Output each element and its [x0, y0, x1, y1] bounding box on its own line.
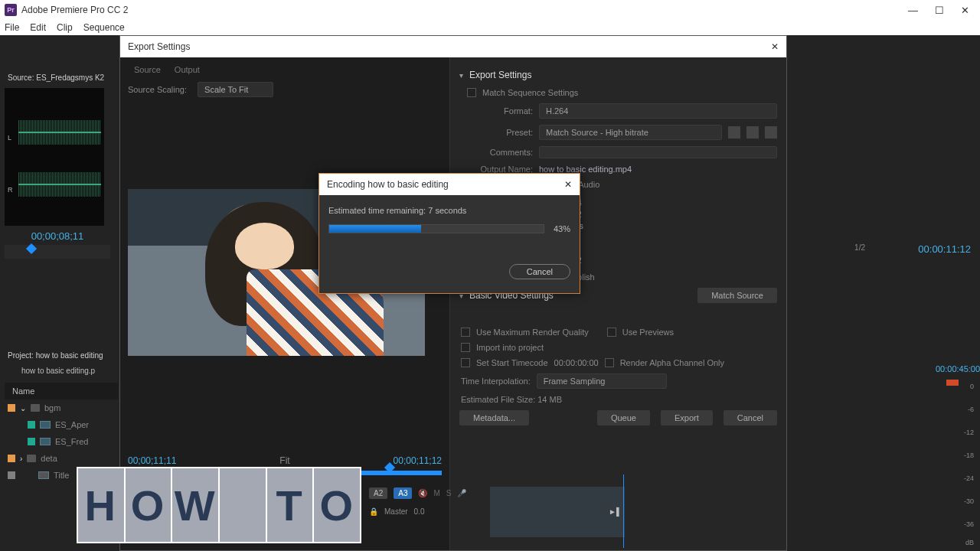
import-project-checkbox[interactable]: [461, 343, 470, 352]
export-settings-header: Export Settings: [469, 70, 531, 80]
track-label[interactable]: A2: [369, 487, 387, 499]
channel-left-label: L: [8, 134, 11, 142]
howto-title-graphic: H O W T O: [77, 467, 361, 543]
close-button[interactable]: ✕: [961, 5, 969, 16]
menu-sequence[interactable]: Sequence: [83, 22, 125, 33]
bin-row-deta[interactable]: › deta: [5, 450, 118, 467]
tab-source[interactable]: Source: [134, 65, 161, 74]
preset-dropdown[interactable]: Match Source - High bitrate: [539, 125, 722, 140]
clip-label: ES_Aper: [55, 420, 89, 429]
app-title: Adobe Premiere Pro CC 2: [21, 5, 128, 15]
encoding-cancel-button[interactable]: Cancel: [509, 264, 570, 279]
import-project-label: Import into project: [476, 343, 544, 352]
chevron-down-icon[interactable]: ⌄: [20, 404, 26, 412]
delete-preset-icon[interactable]: [765, 126, 777, 139]
track-header-a3[interactable]: A2 A3 🔇 MS 🎤: [364, 484, 622, 502]
premiere-icon: Pr: [5, 4, 17, 16]
project-panel-tab[interactable]: Project: how to basic editing: [5, 349, 118, 362]
format-label: Format:: [476, 106, 533, 116]
master-value[interactable]: 0.0: [414, 507, 425, 516]
window-controls: — ☐ ✕: [897, 0, 980, 21]
bin-label: deta: [41, 454, 57, 463]
chevron-right-icon[interactable]: ›: [20, 455, 22, 463]
max-render-label: Use Maximum Render Quality: [476, 328, 589, 337]
render-alpha-label: Render Alpha Channel Only: [620, 358, 724, 367]
title-clip-icon: [38, 471, 49, 479]
label-chip: [8, 455, 15, 462]
label-chip: [8, 404, 15, 412]
menu-edit[interactable]: Edit: [30, 22, 46, 33]
mic-icon[interactable]: 🎤: [457, 489, 466, 497]
preset-label: Preset:: [476, 128, 533, 137]
encoding-eta: Estimated time remaining: 7 seconds: [328, 206, 570, 215]
playhead-icon[interactable]: [26, 243, 37, 254]
playback-resolution[interactable]: 1/2: [854, 243, 865, 252]
project-filename: how to basic editing.p: [5, 362, 118, 383]
source-panel-tab[interactable]: Source: ES_Fredagsmys K2: [5, 72, 110, 83]
queue-button[interactable]: Queue: [597, 410, 650, 425]
start-tc-label: Set Start Timecode: [476, 358, 548, 367]
menubar: File Edit Clip Sequence: [0, 20, 980, 35]
source-scaling-label: Source Scaling:: [128, 85, 187, 94]
folder-icon: [27, 455, 36, 462]
start-tc-value[interactable]: 00:00:00:00: [554, 358, 599, 367]
comments-label: Comments:: [476, 148, 533, 157]
chevron-down-icon[interactable]: ▾: [459, 71, 463, 80]
source-timecode: 00;00;08;11: [5, 230, 110, 242]
track-label[interactable]: A3: [394, 487, 412, 499]
export-dialog-title: Export Settings: [128, 41, 190, 52]
clip-row[interactable]: ES_Aper: [5, 416, 118, 433]
close-icon[interactable]: ✕: [564, 179, 572, 190]
fit-dropdown[interactable]: Fit: [279, 455, 289, 466]
mute-icon[interactable]: 🔇: [418, 489, 427, 497]
maximize-button[interactable]: ☐: [935, 5, 944, 16]
bin-label: bgm: [44, 403, 60, 412]
start-tc-checkbox[interactable]: [461, 358, 470, 367]
import-preset-icon[interactable]: [746, 126, 759, 139]
render-alpha-checkbox[interactable]: [605, 358, 614, 367]
match-sequence-checkbox[interactable]: [467, 88, 476, 97]
source-waveform[interactable]: L R: [5, 88, 104, 226]
max-render-checkbox[interactable]: [461, 328, 470, 337]
time-interp-dropdown[interactable]: Frame Sampling: [537, 373, 667, 389]
progress-bar: [328, 224, 544, 233]
menu-file[interactable]: File: [5, 22, 19, 33]
comments-input[interactable]: [539, 146, 777, 158]
close-icon[interactable]: ✕: [771, 41, 779, 52]
master-label: Master: [384, 507, 408, 516]
encoding-progress-dialog: Encoding how to basic editing ✕ Estimate…: [318, 173, 580, 294]
cancel-button[interactable]: Cancel: [724, 410, 777, 425]
timeline-playhead[interactable]: [623, 474, 624, 548]
label-chip: [28, 421, 35, 429]
use-previews-checkbox[interactable]: [607, 328, 616, 337]
encoding-dialog-title: Encoding how to basic editing: [327, 179, 449, 190]
export-dialog-titlebar: Export Settings ✕: [120, 36, 786, 57]
export-settings-pane: ▾ Export Settings Match Sequence Setting…: [449, 57, 786, 550]
source-scrubbar[interactable]: [5, 245, 110, 259]
program-timecode: 00:00:11:12: [918, 243, 971, 255]
format-dropdown[interactable]: H.264: [539, 103, 777, 119]
folder-icon: [31, 404, 40, 412]
time-interp-label: Time Interpolation:: [461, 377, 531, 386]
lock-icon[interactable]: 🔒: [369, 507, 378, 516]
match-source-button[interactable]: Match Source: [697, 288, 777, 303]
label-chip: [8, 471, 15, 479]
save-preset-icon[interactable]: [728, 126, 740, 139]
export-button[interactable]: Export: [661, 410, 713, 425]
source-scaling-dropdown[interactable]: Scale To Fit: [198, 82, 273, 97]
skip-icon[interactable]: ►▌: [609, 507, 622, 516]
progress-percent: 43%: [554, 224, 570, 233]
menu-clip[interactable]: Clip: [57, 22, 73, 33]
source-panel: Source: ES_Fredagsmys K2 L R 00;00;08;11: [5, 72, 110, 259]
out-timecode[interactable]: 00;00;11;12: [394, 455, 442, 466]
tab-output[interactable]: Output: [175, 65, 200, 74]
clip-row[interactable]: ES_Fred: [5, 433, 118, 450]
column-header-name[interactable]: Name: [5, 383, 118, 399]
track-header-master[interactable]: 🔒 Master 0.0 ►▌: [364, 502, 622, 520]
in-timecode[interactable]: 00;00;11;11: [128, 455, 176, 466]
minimize-button[interactable]: —: [908, 5, 918, 16]
metadata-button[interactable]: Metadata...: [459, 410, 529, 425]
bin-row-bgm[interactable]: ⌄ bgm: [5, 399, 118, 416]
label-chip: [28, 438, 35, 445]
clip-label: ES_Fred: [55, 437, 88, 446]
